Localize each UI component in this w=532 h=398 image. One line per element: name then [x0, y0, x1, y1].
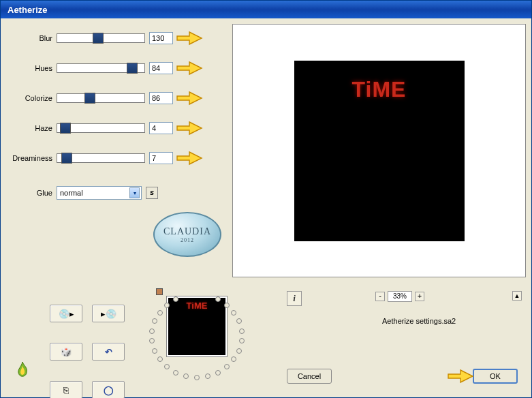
slider-track-blur[interactable] [57, 33, 145, 43]
undo-button[interactable]: ↶ [92, 343, 125, 361]
thumbnail-preview[interactable]: TiME [167, 296, 227, 356]
ring-dot[interactable] [239, 328, 245, 334]
ring-dot[interactable] [236, 318, 242, 324]
ring-dot[interactable] [173, 370, 178, 376]
ring-dot[interactable] [157, 356, 163, 362]
zoom-controls: - 33% + [375, 291, 424, 302]
randomize-button[interactable]: 🎲 [50, 343, 82, 361]
glue-dropdown[interactable]: normal ▾ [57, 186, 142, 200]
slider-haze: Haze [7, 121, 225, 136]
ring-dot[interactable] [231, 310, 236, 316]
dialog-window: Aetherize Blur Hues Colorize [0, 0, 532, 398]
pointer-hand-icon [176, 121, 203, 136]
ring-dot[interactable] [164, 303, 170, 308]
ring-dot[interactable] [224, 364, 230, 369]
flame-icon [14, 361, 31, 380]
nav-up-button[interactable]: ▲ [512, 291, 522, 301]
badge-year: 2012 [181, 237, 194, 243]
slider-thumb[interactable] [60, 123, 71, 134]
value-blur[interactable] [149, 32, 173, 44]
glue-value: normal [60, 189, 83, 197]
settings-filename: Aetherize settings.sa2 [382, 317, 456, 325]
pointer-hand-icon [176, 31, 203, 46]
zoom-value[interactable]: 33% [388, 291, 412, 302]
ring-dot[interactable] [236, 348, 242, 354]
preview-image: TiME [294, 61, 465, 241]
label-hues: Hues [7, 64, 57, 72]
slider-thumb[interactable] [93, 33, 104, 44]
pointer-hand-icon [176, 151, 203, 166]
ok-button[interactable]: OK [473, 369, 518, 384]
preview-panel: TiME [232, 24, 526, 277]
play-cd-button[interactable]: ▸💿 [92, 305, 125, 322]
slider-track-hues[interactable] [57, 63, 145, 73]
preview-caption: TiME [352, 77, 407, 102]
window-title: Aetherize [7, 5, 48, 15]
ring-dot[interactable] [205, 373, 210, 379]
bottom-bar: 💿▸ ▸💿 🎲 ↶ ⎘ ◯ TiME i - 33% + [1, 281, 531, 397]
badge-text: CLAUDIA [163, 226, 211, 237]
thumb-swatch[interactable] [156, 288, 163, 295]
slider-track-dreaminess[interactable] [57, 153, 145, 163]
ring-dot[interactable] [149, 338, 155, 343]
label-dreaminess: Dreaminess [7, 154, 57, 162]
slider-track-haze[interactable] [57, 123, 145, 133]
label-blur: Blur [7, 34, 57, 42]
slider-blur: Blur [7, 31, 225, 46]
settings-s-button[interactable]: s [146, 187, 158, 199]
ring-dot[interactable] [152, 318, 157, 324]
value-haze[interactable] [149, 122, 173, 134]
ring-dot[interactable] [152, 348, 157, 354]
ring-dot[interactable] [157, 310, 163, 316]
label-colorize: Colorize [7, 94, 57, 102]
ring-dot[interactable] [231, 356, 236, 362]
slider-thumb[interactable] [127, 63, 138, 74]
ring-button[interactable]: ◯ [92, 381, 125, 398]
info-button[interactable]: i [287, 291, 302, 306]
slider-colorize: Colorize [7, 91, 225, 106]
ring-dot[interactable] [239, 338, 245, 343]
ring-dot[interactable] [183, 373, 189, 379]
ring-dot[interactable] [215, 370, 221, 376]
cd-play-button[interactable]: 💿▸ [50, 305, 82, 322]
label-haze: Haze [7, 124, 57, 132]
thumb-caption: TiME [187, 301, 208, 311]
pointer-hand-icon [176, 61, 203, 76]
ring-dot[interactable] [149, 328, 155, 334]
slider-track-colorize[interactable] [57, 93, 145, 103]
slider-thumb[interactable] [84, 93, 95, 104]
value-colorize[interactable] [149, 92, 173, 104]
zoom-in-button[interactable]: + [415, 292, 424, 301]
copy-button[interactable]: ⎘ [50, 381, 82, 398]
titlebar[interactable]: Aetherize [1, 1, 531, 18]
watermark-badge: CLAUDIA 2012 [153, 212, 221, 257]
cancel-button[interactable]: Cancel [287, 369, 332, 384]
zoom-out-button[interactable]: - [375, 292, 385, 301]
ring-dot[interactable] [224, 303, 230, 308]
chevron-down-icon: ▾ [129, 187, 140, 198]
ring-dot[interactable] [164, 364, 170, 369]
slider-dreaminess: Dreaminess [7, 151, 225, 166]
value-hues[interactable] [149, 62, 173, 74]
slider-hues: Hues [7, 61, 225, 76]
ring-dot[interactable] [194, 375, 200, 380]
value-dreaminess[interactable] [149, 152, 173, 164]
pointer-hand-icon [176, 91, 203, 106]
glue-row: Glue normal ▾ s [7, 186, 225, 200]
ring-dot[interactable] [215, 296, 221, 302]
pointer-hand-icon [447, 369, 474, 384]
content-area: Blur Hues Colorize Haze [1, 18, 531, 281]
thumbnail-ring: TiME [152, 287, 288, 392]
slider-thumb[interactable] [61, 153, 72, 164]
label-glue: Glue [7, 189, 57, 197]
